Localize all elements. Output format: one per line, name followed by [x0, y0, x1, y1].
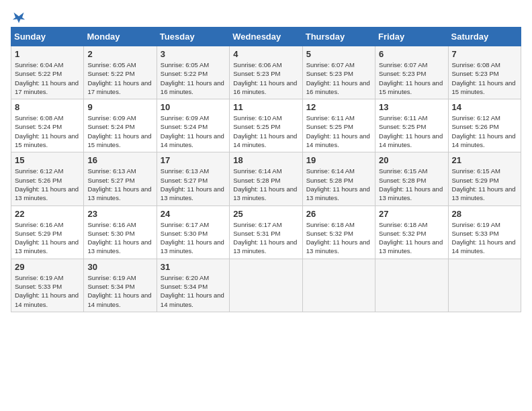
sunset-label: Sunset: 5:22 PM [15, 70, 62, 77]
calendar-cell: 12 Sunrise: 6:11 AM Sunset: 5:25 PM Dayl… [302, 99, 375, 152]
sunrise-label: Sunrise: 6:13 AM [87, 167, 136, 175]
sunset-label: Sunset: 5:23 PM [452, 70, 499, 77]
cell-info: Sunrise: 6:20 AM Sunset: 5:34 PM Dayligh… [161, 273, 226, 309]
sunset-label: Sunset: 5:24 PM [15, 123, 62, 130]
cell-info: Sunrise: 6:16 AM Sunset: 5:30 PM Dayligh… [87, 220, 152, 256]
day-number: 5 [306, 49, 371, 59]
daylight-label: Daylight: 11 hours and 14 minutes. [15, 291, 79, 308]
cell-info: Sunrise: 6:11 AM Sunset: 5:25 PM Dayligh… [379, 113, 444, 149]
week-row-4: 22 Sunrise: 6:16 AM Sunset: 5:29 PM Dayl… [11, 205, 521, 259]
daylight-label: Daylight: 11 hours and 13 minutes. [15, 185, 79, 201]
sunset-label: Sunset: 5:28 PM [379, 177, 426, 184]
sunrise-label: Sunrise: 6:15 AM [452, 167, 500, 175]
day-number: 29 [15, 262, 80, 272]
daylight-label: Daylight: 11 hours and 14 minutes. [452, 132, 516, 148]
sunrise-label: Sunrise: 6:15 AM [379, 167, 427, 175]
day-number: 26 [306, 209, 371, 219]
daylight-label: Daylight: 11 hours and 13 minutes. [161, 185, 224, 201]
sunset-label: Sunset: 5:33 PM [452, 230, 499, 237]
calendar-cell: 3 Sunrise: 6:05 AM Sunset: 5:22 PM Dayli… [157, 46, 229, 99]
sunset-label: Sunset: 5:28 PM [306, 177, 353, 184]
cell-info: Sunrise: 6:08 AM Sunset: 5:23 PM Dayligh… [452, 60, 517, 96]
calendar-cell: 5 Sunrise: 6:07 AM Sunset: 5:23 PM Dayli… [302, 46, 375, 99]
week-row-2: 8 Sunrise: 6:08 AM Sunset: 5:24 PM Dayli… [11, 99, 521, 152]
column-header-saturday: Saturday [448, 28, 521, 46]
sunset-label: Sunset: 5:28 PM [233, 177, 280, 184]
day-number: 3 [161, 49, 226, 59]
day-number: 15 [15, 155, 80, 165]
sunrise-label: Sunrise: 6:11 AM [379, 114, 427, 122]
calendar-header: SundayMondayTuesdayWednesdayThursdayFrid… [11, 28, 521, 46]
column-header-thursday: Thursday [302, 28, 375, 46]
calendar-cell: 17 Sunrise: 6:13 AM Sunset: 5:27 PM Dayl… [157, 152, 229, 205]
sunrise-label: Sunrise: 6:06 AM [233, 61, 281, 68]
daylight-label: Daylight: 11 hours and 13 minutes. [87, 185, 151, 201]
day-number: 24 [161, 209, 226, 219]
daylight-label: Daylight: 11 hours and 13 minutes. [306, 238, 370, 255]
calendar-cell: 14 Sunrise: 6:12 AM Sunset: 5:26 PM Dayl… [448, 99, 521, 152]
sunset-label: Sunset: 5:26 PM [452, 123, 499, 130]
cell-info: Sunrise: 6:17 AM Sunset: 5:31 PM Dayligh… [233, 220, 298, 256]
sunset-label: Sunset: 5:23 PM [379, 70, 426, 77]
week-row-5: 29 Sunrise: 6:19 AM Sunset: 5:33 PM Dayl… [11, 259, 521, 312]
cell-info: Sunrise: 6:15 AM Sunset: 5:28 PM Dayligh… [379, 167, 444, 202]
cell-info: Sunrise: 6:17 AM Sunset: 5:30 PM Dayligh… [161, 220, 226, 256]
day-number: 14 [452, 102, 517, 112]
cell-info: Sunrise: 6:07 AM Sunset: 5:23 PM Dayligh… [306, 60, 371, 96]
calendar-cell: 28 Sunrise: 6:19 AM Sunset: 5:33 PM Dayl… [448, 205, 521, 259]
calendar-cell: 25 Sunrise: 6:17 AM Sunset: 5:31 PM Dayl… [230, 205, 302, 259]
cell-info: Sunrise: 6:05 AM Sunset: 5:22 PM Dayligh… [87, 60, 152, 96]
sunset-label: Sunset: 5:24 PM [161, 123, 208, 130]
sunset-label: Sunset: 5:29 PM [15, 230, 62, 237]
day-number: 7 [452, 49, 517, 59]
sunrise-label: Sunrise: 6:16 AM [87, 221, 136, 228]
daylight-label: Daylight: 11 hours and 13 minutes. [306, 185, 370, 201]
calendar-cell: 15 Sunrise: 6:12 AM Sunset: 5:26 PM Dayl… [11, 152, 84, 205]
cell-info: Sunrise: 6:19 AM Sunset: 5:34 PM Dayligh… [87, 273, 152, 309]
cell-info: Sunrise: 6:18 AM Sunset: 5:32 PM Dayligh… [379, 220, 444, 256]
cell-info: Sunrise: 6:08 AM Sunset: 5:24 PM Dayligh… [15, 113, 80, 149]
day-number: 8 [15, 102, 80, 112]
daylight-label: Daylight: 11 hours and 16 minutes. [161, 79, 224, 95]
day-number: 30 [87, 262, 152, 272]
cell-info: Sunrise: 6:15 AM Sunset: 5:29 PM Dayligh… [452, 167, 517, 202]
daylight-label: Daylight: 11 hours and 15 minutes. [452, 79, 516, 95]
daylight-label: Daylight: 11 hours and 13 minutes. [379, 238, 443, 255]
cell-info: Sunrise: 6:13 AM Sunset: 5:27 PM Dayligh… [87, 167, 152, 202]
day-number: 16 [87, 155, 152, 165]
sunset-label: Sunset: 5:34 PM [87, 283, 134, 290]
day-number: 11 [233, 102, 298, 112]
sunrise-label: Sunrise: 6:19 AM [87, 274, 136, 281]
sunrise-label: Sunrise: 6:08 AM [15, 114, 63, 122]
cell-info: Sunrise: 6:19 AM Sunset: 5:33 PM Dayligh… [452, 220, 517, 256]
daylight-label: Daylight: 11 hours and 14 minutes. [306, 132, 370, 148]
calendar-cell: 6 Sunrise: 6:07 AM Sunset: 5:23 PM Dayli… [375, 46, 448, 99]
calendar-cell: 29 Sunrise: 6:19 AM Sunset: 5:33 PM Dayl… [11, 259, 84, 312]
day-number: 1 [15, 49, 80, 59]
daylight-label: Daylight: 11 hours and 14 minutes. [452, 238, 516, 255]
calendar-cell: 31 Sunrise: 6:20 AM Sunset: 5:34 PM Dayl… [157, 259, 229, 312]
logo-bird-icon [12, 11, 26, 24]
day-number: 18 [233, 155, 298, 165]
cell-info: Sunrise: 6:06 AM Sunset: 5:23 PM Dayligh… [233, 60, 298, 96]
column-header-tuesday: Tuesday [157, 28, 229, 46]
calendar-table: SundayMondayTuesdayWednesdayThursdayFrid… [11, 27, 521, 312]
cell-info: Sunrise: 6:11 AM Sunset: 5:25 PM Dayligh… [306, 113, 371, 149]
cell-info: Sunrise: 6:18 AM Sunset: 5:32 PM Dayligh… [306, 220, 371, 256]
daylight-label: Daylight: 11 hours and 13 minutes. [15, 238, 79, 255]
cell-info: Sunrise: 6:14 AM Sunset: 5:28 PM Dayligh… [233, 167, 298, 202]
day-number: 2 [87, 49, 152, 59]
daylight-label: Daylight: 11 hours and 16 minutes. [233, 79, 297, 95]
day-number: 31 [161, 262, 226, 272]
sunset-label: Sunset: 5:32 PM [379, 230, 426, 237]
week-row-3: 15 Sunrise: 6:12 AM Sunset: 5:26 PM Dayl… [11, 152, 521, 205]
sunrise-label: Sunrise: 6:17 AM [161, 221, 209, 228]
header-row: SundayMondayTuesdayWednesdayThursdayFrid… [11, 28, 521, 46]
daylight-label: Daylight: 11 hours and 13 minutes. [233, 185, 297, 201]
sunset-label: Sunset: 5:23 PM [306, 70, 353, 77]
daylight-label: Daylight: 11 hours and 14 minutes. [161, 132, 224, 148]
daylight-label: Daylight: 11 hours and 13 minutes. [161, 238, 224, 255]
sunrise-label: Sunrise: 6:19 AM [15, 274, 63, 281]
cell-info: Sunrise: 6:16 AM Sunset: 5:29 PM Dayligh… [15, 220, 80, 256]
sunrise-label: Sunrise: 6:07 AM [306, 61, 355, 68]
